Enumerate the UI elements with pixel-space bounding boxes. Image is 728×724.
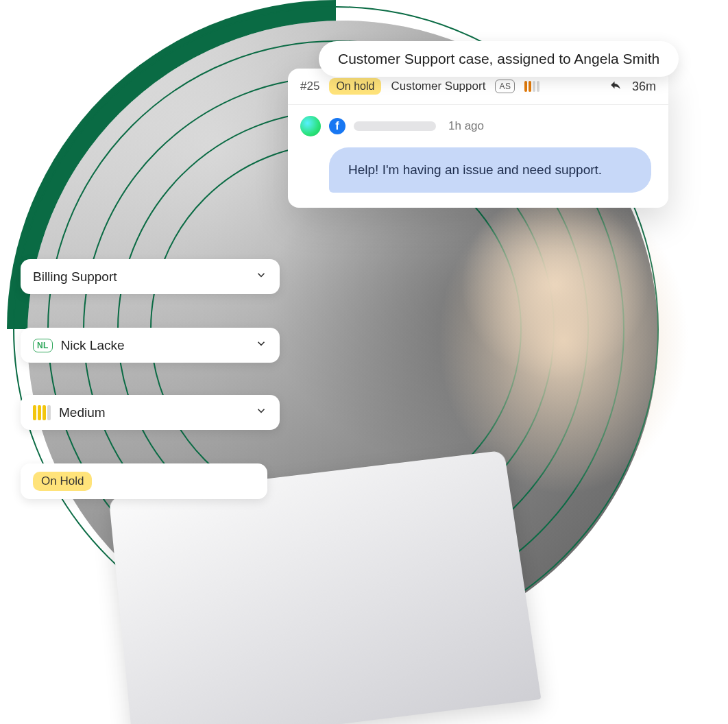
chevron-down-icon [255, 269, 267, 285]
assignee-initials-badge: NL [33, 339, 53, 352]
assignee-initials-badge: AS [495, 80, 515, 93]
facebook-icon: f [329, 118, 345, 134]
message-bubble: Help! I'm having an issue and need suppo… [329, 147, 651, 193]
case-status-pill: On hold [329, 78, 381, 95]
priority-icon [524, 81, 539, 92]
case-title-pill: Customer Support case, assigned to Angel… [319, 41, 679, 77]
priority-icon [33, 405, 51, 420]
department-dropdown[interactable]: Billing Support [21, 259, 280, 294]
sender-name-placeholder [354, 121, 436, 131]
assignee-dropdown[interactable]: NL Nick Lacke [21, 328, 280, 363]
reply-icon [609, 79, 622, 95]
sender-avatar [300, 116, 321, 136]
department-label: Billing Support [33, 269, 117, 285]
case-card: #25 On hold Customer Support AS 36m f 1h… [288, 69, 668, 208]
response-time: 36m [632, 80, 656, 94]
priority-label: Medium [59, 405, 106, 420]
status-label: On Hold [33, 472, 92, 491]
case-category: Customer Support [391, 80, 485, 93]
chevron-down-icon [255, 337, 267, 353]
message-time: 1h ago [448, 119, 484, 133]
assignee-name: Nick Lacke [61, 338, 125, 353]
status-dropdown[interactable]: On Hold [21, 463, 267, 499]
chevron-down-icon [255, 405, 267, 420]
message-meta-row: f 1h ago [300, 116, 656, 136]
priority-dropdown[interactable]: Medium [21, 395, 280, 430]
case-id: #25 [300, 80, 319, 93]
case-body: f 1h ago Help! I'm having an issue and n… [288, 105, 668, 208]
